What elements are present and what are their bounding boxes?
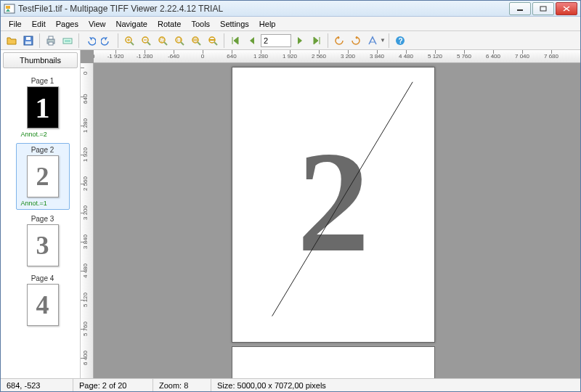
save-button[interactable] — [20, 33, 36, 49]
print-button[interactable] — [43, 33, 59, 49]
thumbnail-label: Page 1 — [18, 77, 68, 85]
svg-rect-3 — [540, 7, 546, 11]
svg-rect-8 — [25, 41, 31, 44]
thumbnail-page-4[interactable]: Page 44 — [16, 271, 70, 329]
vertical-ruler: 06401 2801 9202 5603 2003 8404 4805 1205… — [81, 63, 94, 378]
separator — [328, 33, 328, 48]
menubar: File Edit Pages View Navigate Rotate Too… — [1, 17, 580, 31]
thumbnail-annot: Annot.=1 — [18, 200, 68, 207]
page-view-next[interactable] — [232, 346, 435, 378]
thumbnail-page-1[interactable]: Page 11Annot.=2 — [16, 74, 70, 141]
svg-rect-29 — [193, 38, 198, 41]
toolbar: 1:1 ▼ ? — [1, 31, 580, 50]
help-button[interactable]: ? — [392, 33, 408, 49]
menu-tools[interactable]: Tools — [186, 18, 215, 30]
next-page-button[interactable] — [292, 33, 308, 49]
close-button[interactable] — [556, 2, 577, 15]
menu-help[interactable]: Help — [254, 18, 281, 30]
last-page-button[interactable] — [309, 33, 325, 49]
zoom-width-button[interactable] — [205, 33, 221, 49]
svg-line-19 — [147, 42, 150, 45]
undo-button[interactable] — [82, 33, 98, 49]
menu-file[interactable]: File — [4, 18, 27, 30]
svg-line-15 — [131, 42, 134, 45]
svg-line-25 — [181, 42, 184, 45]
annotation-line — [232, 68, 434, 341]
separator — [389, 33, 389, 48]
thumbnail-label: Page 2 — [18, 146, 68, 154]
canvas[interactable]: 2 — [94, 63, 580, 378]
thumbnail-image: 3 — [27, 224, 59, 266]
separator — [224, 33, 224, 48]
separator — [39, 33, 40, 48]
svg-rect-23 — [161, 38, 163, 41]
svg-rect-13 — [65, 40, 70, 42]
menu-edit[interactable]: Edit — [27, 18, 51, 30]
menu-rotate[interactable]: Rotate — [153, 18, 186, 30]
thumbnail-label: Page 3 — [18, 215, 68, 223]
zoom-region-button[interactable] — [155, 33, 171, 49]
thumbnail-image: 4 — [27, 284, 59, 326]
viewer: -2 560-1 920-1 280-64006401 2801 9202 56… — [81, 50, 580, 378]
horizontal-ruler: -2 560-1 920-1 280-64006401 2801 9202 56… — [94, 50, 580, 63]
first-page-button[interactable] — [227, 33, 243, 49]
thumbnail-page-3[interactable]: Page 33 — [16, 212, 70, 269]
status-coords: 684, -523 — [1, 379, 73, 391]
scan-button[interactable] — [60, 33, 76, 49]
menu-settings[interactable]: Settings — [215, 18, 254, 30]
separator — [118, 33, 118, 48]
thumbnail-list[interactable]: Page 11Annot.=2Page 22Annot.=1Page 33Pag… — [1, 70, 80, 378]
rotate-right-button[interactable] — [348, 33, 364, 49]
svg-line-31 — [214, 42, 217, 45]
svg-line-28 — [198, 42, 200, 45]
thumbnail-page-2[interactable]: Page 22Annot.=1 — [16, 143, 70, 210]
thumbnail-panel: Thumbnails Page 11Annot.=2Page 22Annot.=… — [1, 50, 81, 378]
titlebar: TestFile1.tif - Multipage TIFF Viewer 2.… — [1, 1, 580, 17]
svg-line-22 — [164, 42, 167, 45]
thumbnails-header[interactable]: Thumbnails — [3, 52, 78, 68]
zoom-out-button[interactable] — [138, 33, 154, 49]
thumbnail-image: 2 — [27, 155, 59, 197]
prev-page-button[interactable] — [244, 33, 260, 49]
menu-pages[interactable]: Pages — [51, 18, 84, 30]
annotations-button[interactable] — [365, 33, 381, 49]
redo-button[interactable] — [99, 33, 115, 49]
zoom-fit-button[interactable] — [188, 33, 204, 49]
menu-view[interactable]: View — [84, 18, 111, 30]
minimize-button[interactable] — [509, 2, 531, 15]
svg-rect-1 — [6, 6, 10, 9]
thumbnail-annot: Annot.=2 — [18, 131, 68, 138]
zoom-100-button[interactable]: 1:1 — [171, 33, 187, 49]
app-icon — [4, 3, 15, 15]
page-input[interactable] — [261, 34, 291, 47]
svg-text:1:1: 1:1 — [176, 38, 182, 42]
thumbnail-label: Page 4 — [18, 274, 68, 282]
svg-rect-11 — [49, 42, 53, 45]
status-page: Page: 2 of 20 — [73, 379, 153, 391]
page-view[interactable]: 2 — [232, 67, 435, 343]
svg-rect-7 — [26, 37, 31, 40]
open-button[interactable] — [4, 33, 20, 49]
svg-point-21 — [159, 37, 165, 43]
separator — [78, 33, 79, 48]
zoom-in-button[interactable] — [121, 33, 137, 49]
svg-line-36 — [272, 82, 413, 317]
status-zoom: Zoom: 8 — [153, 379, 211, 391]
rotate-left-button[interactable] — [331, 33, 347, 49]
svg-text:?: ? — [398, 37, 402, 45]
window-title: TestFile1.tif - Multipage TIFF Viewer 2.… — [18, 4, 509, 14]
maximize-button[interactable] — [532, 2, 554, 15]
status-size: Size: 5000,00 x 7072,00 pixels — [211, 379, 580, 391]
statusbar: 684, -523 Page: 2 of 20 Zoom: 8 Size: 50… — [1, 378, 580, 391]
thumbnail-image: 1 — [27, 86, 59, 128]
menu-navigate[interactable]: Navigate — [111, 18, 153, 30]
svg-rect-10 — [49, 36, 53, 39]
